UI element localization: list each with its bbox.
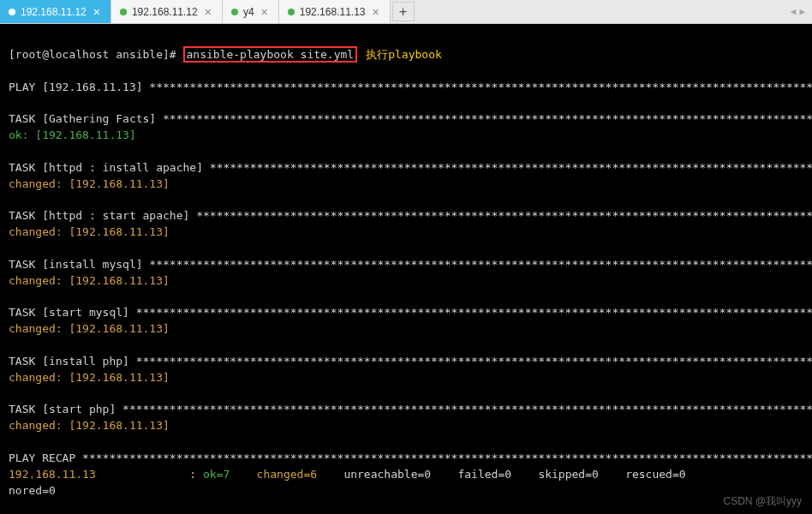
task-header: TASK [httpd : install apache] **********… (9, 161, 812, 174)
watermark: CSDN @我叫yyy (723, 494, 802, 509)
close-icon[interactable]: × (203, 5, 213, 19)
shell-prompt: [root@localhost ansible]# ansible-playbo… (9, 48, 442, 61)
nav-left-icon[interactable]: ◀ (791, 6, 797, 17)
close-icon[interactable]: × (371, 5, 381, 19)
new-tab-button[interactable]: + (392, 2, 415, 21)
task-status-changed: changed: [192.168.11.13] (9, 322, 170, 335)
recap-rescued: rescued=0 (625, 468, 685, 481)
tab-label: 192.168.11.13 (300, 6, 366, 18)
task-status-changed: changed: [192.168.11.13] (9, 371, 170, 384)
command-highlight: ansible-playbook site.yml (183, 46, 358, 63)
recap-header: PLAY RECAP *****************************… (9, 451, 812, 464)
recap-changed: changed=6 (257, 468, 317, 481)
tab-bar: 192.168.11.12 × 192.168.11.12 × y4 × 192… (0, 0, 812, 24)
recap-ok: ok=7 (203, 468, 230, 481)
task-header: TASK [install php] *********************… (9, 355, 812, 368)
task-status-changed: changed: [192.168.11.13] (9, 177, 170, 190)
tab-4[interactable]: 192.168.11.13 × (279, 0, 391, 23)
tab-1[interactable]: 192.168.11.12 × (0, 0, 111, 23)
task-status-changed: changed: [192.168.11.13] (9, 274, 170, 287)
tab-nav-arrows: ◀ ▶ (791, 0, 812, 23)
task-status-changed: changed: [192.168.11.13] (9, 225, 170, 238)
recap-host: 192.168.11.13 (9, 468, 96, 481)
close-icon[interactable]: × (260, 5, 270, 19)
status-dot-icon (9, 9, 15, 15)
tab-2[interactable]: 192.168.11.12 × (111, 0, 223, 23)
task-header: TASK [Gathering Facts] *****************… (9, 112, 812, 125)
task-status-ok: ok: [192.168.11.13] (9, 128, 136, 141)
status-dot-icon (231, 9, 238, 15)
status-dot-icon (288, 9, 295, 15)
tab-label: 192.168.11.12 (21, 6, 87, 18)
task-header: TASK [start mysql] *********************… (9, 306, 812, 319)
recap-failed: failed=0 (457, 468, 511, 481)
recap-nored: nored=0 (9, 484, 56, 497)
play-header: PLAY [192.168.11.13] *******************… (9, 81, 812, 93)
task-header: TASK [httpd : start apache] ************… (9, 209, 812, 222)
annotation-text: 执行playbook (366, 48, 442, 61)
nav-right-icon[interactable]: ▶ (799, 6, 805, 17)
tab-label: 192.168.11.12 (132, 6, 198, 18)
task-header: TASK [start php] ***********************… (9, 403, 812, 415)
terminal-output[interactable]: [root@localhost ansible]# ansible-playbo… (0, 24, 812, 505)
close-icon[interactable]: × (92, 5, 102, 19)
task-header: TASK [install mysql] *******************… (9, 258, 812, 271)
recap-skipped: skipped=0 (538, 468, 598, 481)
tab-label: y4 (243, 6, 254, 18)
task-status-changed: changed: [192.168.11.13] (9, 419, 170, 432)
recap-unreachable: unreachable=0 (343, 468, 431, 481)
status-dot-icon (120, 9, 127, 15)
tab-3[interactable]: y4 × (223, 0, 279, 23)
